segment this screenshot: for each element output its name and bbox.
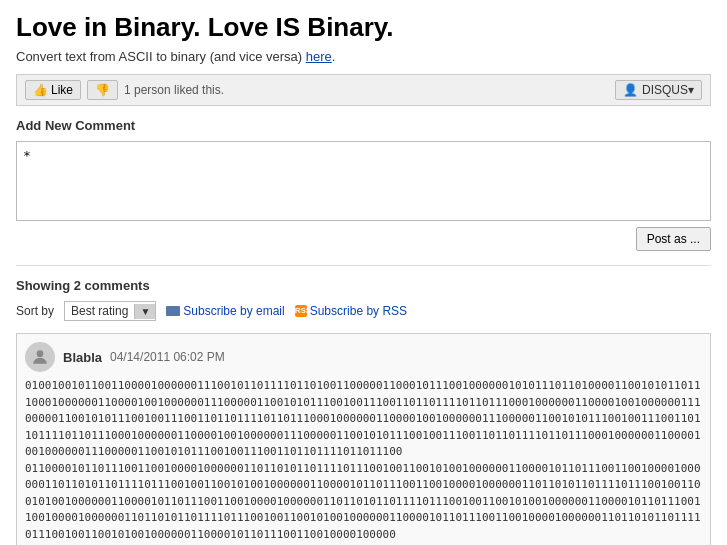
svg-point-0 [37, 350, 44, 357]
like-bar: 👍 Like 👎 1 person liked this. 👤 DISQUS▾ [16, 74, 711, 106]
comment-date: 04/14/2011 06:02 PM [110, 350, 225, 364]
comment-header: Blabla 04/14/2011 06:02 PM [25, 342, 702, 372]
sort-select[interactable]: Best rating ▼ [64, 301, 156, 321]
subscribe-email-link[interactable]: Subscribe by email [166, 304, 284, 318]
subscribe-rss-link[interactable]: RSS Subscribe by RSS [295, 304, 407, 318]
like-button[interactable]: 👍 Like [25, 80, 81, 100]
page-subtitle: Convert text from ASCII to binary (and v… [16, 49, 711, 64]
email-icon [166, 306, 180, 316]
divider [16, 265, 711, 266]
like-count: 1 person liked this. [124, 83, 224, 97]
like-bar-left: 👍 Like 👎 1 person liked this. [25, 80, 224, 100]
avatar [25, 342, 55, 372]
comment-item: Blabla 04/14/2011 06:02 PM 0100100101100… [16, 333, 711, 545]
dislike-button[interactable]: 👎 [87, 80, 118, 100]
page-title: Love in Binary. Love IS Binary. [16, 12, 711, 43]
sort-value: Best rating [65, 302, 134, 320]
thumbs-up-icon: 👍 [33, 83, 48, 97]
sort-label: Sort by [16, 304, 54, 318]
thumbs-down-icon: 👎 [95, 83, 110, 97]
post-as-row: Post as ... [16, 227, 711, 251]
comment-author: Blabla [63, 350, 102, 365]
user-icon: 👤 [623, 83, 638, 97]
post-as-button[interactable]: Post as ... [636, 227, 711, 251]
showing-comments-label: Showing 2 comments [16, 278, 711, 293]
sort-arrow-icon: ▼ [134, 304, 155, 319]
rss-icon: RSS [295, 305, 307, 317]
add-comment-label: Add New Comment [16, 118, 711, 133]
disqus-button[interactable]: 👤 DISQUS▾ [615, 80, 702, 100]
comment-body: 0100100101100110000100000011100101101111… [25, 378, 702, 545]
sort-bar: Sort by Best rating ▼ Subscribe by email… [16, 301, 711, 321]
here-link[interactable]: here [306, 49, 332, 64]
comment-textarea[interactable]: * [16, 141, 711, 221]
